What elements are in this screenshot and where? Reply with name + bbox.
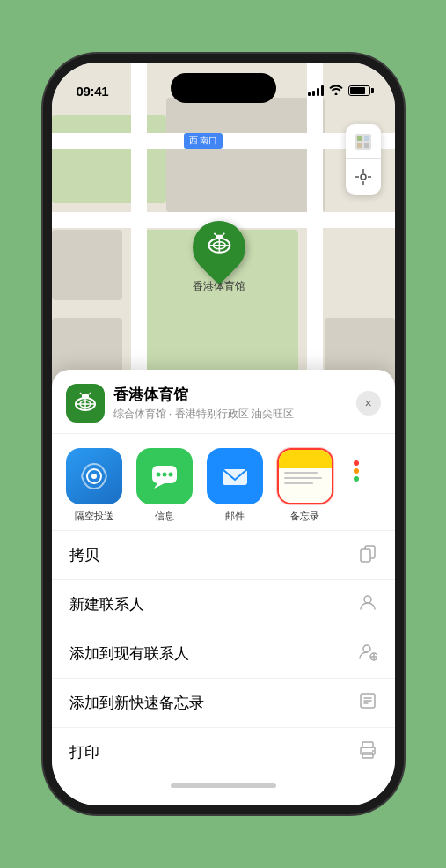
- svg-rect-21: [82, 394, 89, 398]
- svg-point-35: [363, 645, 370, 652]
- svg-line-16: [223, 233, 224, 235]
- svg-rect-3: [357, 143, 362, 148]
- share-notes-item[interactable]: 备忘录: [274, 448, 337, 523]
- add-contact-icon: [358, 642, 377, 666]
- venue-name: 香港体育馆: [113, 385, 356, 405]
- mail-icon: [207, 448, 263, 504]
- new-contact-action[interactable]: 新建联系人: [52, 579, 395, 629]
- messages-label: 信息: [155, 510, 174, 523]
- svg-line-15: [214, 233, 216, 235]
- svg-line-22: [80, 393, 82, 394]
- status-time: 09:41: [77, 84, 109, 99]
- svg-rect-45: [362, 753, 373, 758]
- signal-icon: [308, 85, 324, 96]
- bottom-sheet: 香港体育馆 综合体育馆 · 香港特别行政区 油尖旺区 ×: [52, 370, 395, 805]
- svg-point-29: [162, 473, 166, 477]
- share-messages-item[interactable]: 信息: [133, 448, 196, 523]
- svg-point-46: [372, 750, 374, 752]
- new-contact-label: 新建联系人: [69, 594, 144, 614]
- venue-pin[interactable]: 香港体育馆: [193, 221, 245, 294]
- svg-rect-43: [362, 742, 373, 747]
- svg-marker-27: [154, 483, 165, 489]
- wifi-icon: [329, 85, 343, 98]
- share-more-indicator: [344, 448, 369, 482]
- print-action[interactable]: 打印: [52, 727, 395, 776]
- svg-rect-14: [216, 235, 223, 239]
- close-button[interactable]: ×: [356, 391, 381, 416]
- messages-icon: [136, 448, 193, 504]
- add-existing-contact-action[interactable]: 添加到现有联系人: [52, 629, 395, 678]
- svg-point-30: [168, 473, 172, 477]
- notes-label: 备忘录: [290, 510, 319, 523]
- copy-label: 拷贝: [69, 545, 99, 565]
- battery-icon: [348, 85, 370, 96]
- dynamic-island: [171, 73, 276, 103]
- venue-info: 香港体育馆 综合体育馆 · 香港特别行政区 油尖旺区: [113, 385, 356, 422]
- share-mail-item[interactable]: 邮件: [203, 448, 267, 523]
- map-layer-button[interactable]: [346, 124, 381, 159]
- svg-point-5: [361, 174, 366, 180]
- mail-label: 邮件: [225, 510, 245, 523]
- copy-action[interactable]: 拷贝: [52, 530, 395, 579]
- share-actions-row: 隔空投送 信息: [52, 434, 395, 530]
- svg-rect-4: [364, 143, 369, 148]
- airdrop-icon: [66, 448, 122, 504]
- quick-note-label: 添加到新快速备忘录: [69, 693, 204, 713]
- svg-point-28: [156, 473, 160, 477]
- quick-note-icon: [358, 691, 377, 715]
- svg-line-23: [89, 393, 91, 394]
- venue-header: 香港体育馆 综合体育馆 · 香港特别行政区 油尖旺区 ×: [52, 370, 395, 434]
- print-icon: [358, 740, 377, 764]
- phone-frame: 09:41: [52, 63, 395, 805]
- add-existing-label: 添加到现有联系人: [69, 644, 189, 664]
- svg-point-34: [364, 596, 371, 603]
- venue-subtitle: 综合体育馆 · 香港特别行政区 油尖旺区: [113, 407, 356, 422]
- quick-note-action[interactable]: 添加到新快速备忘录: [52, 678, 395, 727]
- notes-icon: [277, 448, 333, 504]
- svg-rect-2: [364, 136, 369, 141]
- map-controls: [346, 124, 381, 195]
- svg-point-25: [91, 474, 97, 479]
- print-label: 打印: [69, 742, 99, 762]
- map-entrance-label: 西 南口: [184, 133, 223, 149]
- venue-icon: [66, 384, 105, 423]
- map-location-button[interactable]: [346, 159, 381, 195]
- airdrop-label: 隔空投送: [75, 510, 113, 523]
- svg-rect-33: [361, 549, 370, 562]
- svg-rect-1: [357, 136, 362, 141]
- share-airdrop-item[interactable]: 隔空投送: [62, 448, 126, 523]
- copy-icon: [358, 543, 377, 567]
- home-indicator: [52, 776, 395, 788]
- new-contact-icon: [358, 592, 377, 616]
- status-icons: [308, 85, 370, 98]
